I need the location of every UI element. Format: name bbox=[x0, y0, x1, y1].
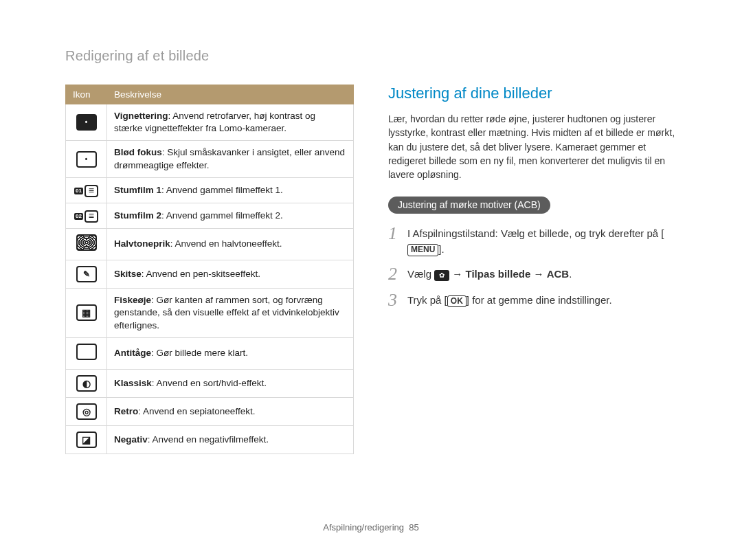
halftone-icon bbox=[76, 234, 97, 251]
section-heading: Justering af dine billeder bbox=[388, 85, 677, 102]
table-row: Fiskeøje: Gør kanten af rammen sort, og … bbox=[66, 289, 354, 338]
subsection-pill: Justering af mørke motiver (ACB) bbox=[388, 197, 550, 214]
retro-icon bbox=[76, 403, 97, 420]
step-number: 1 bbox=[388, 225, 407, 243]
table-row: Retro: Anvend en sepiatoneeffekt. bbox=[66, 397, 354, 425]
sketch-icon bbox=[76, 266, 97, 282]
step-item: 3 Tryk på [OK] for at gemme dine indstil… bbox=[388, 293, 677, 309]
negative-icon bbox=[76, 432, 97, 448]
step-number: 2 bbox=[388, 265, 407, 283]
table-row: Halvtoneprik: Anvend en halvtoneeffekt. bbox=[66, 228, 354, 260]
page-title: Redigering af et billede bbox=[65, 48, 687, 64]
antifog-icon bbox=[76, 344, 97, 360]
step-number: 3 bbox=[388, 291, 407, 309]
step-item: 1 I Afspilningstilstand: Vælg et billede… bbox=[388, 226, 677, 257]
classic-icon bbox=[76, 375, 97, 392]
menu-button-icon: MENU bbox=[407, 244, 438, 256]
oldfilm2-icon: 02 bbox=[74, 210, 98, 223]
table-row: 01 Stumfilm 1: Anvend gammel filmeffekt … bbox=[66, 177, 354, 203]
table-row: Blød fokus: Skjul småskavanker i ansigte… bbox=[66, 141, 354, 177]
effects-table: Ikon Beskrivelse Vignettering: Anvend re… bbox=[65, 85, 354, 454]
th-desc: Beskrivelse bbox=[107, 85, 354, 104]
page-footer: Afspilning/redigering 85 bbox=[0, 522, 742, 533]
ok-button-icon: OK bbox=[447, 295, 466, 308]
table-row: 02 Stumfilm 2: Anvend gammel filmeffekt … bbox=[66, 203, 354, 228]
oldfilm1-icon: 01 bbox=[74, 185, 98, 197]
th-icon: Ikon bbox=[66, 85, 107, 104]
vignette-icon bbox=[76, 114, 97, 131]
step-item: 2 Vælg → Tilpas billede → ACB. bbox=[388, 267, 677, 283]
soft-focus-icon bbox=[76, 151, 97, 168]
table-row: Skitse: Anvend en pen-skitseeffekt. bbox=[66, 260, 354, 289]
table-row: Antitåge: Gør billede mere klart. bbox=[66, 337, 354, 369]
edit-image-icon bbox=[434, 270, 449, 281]
table-row: Negativ: Anvend en negativfilmeffekt. bbox=[66, 425, 354, 453]
intro-text: Lær, hvordan du retter røde øjne, juster… bbox=[388, 112, 677, 181]
table-row: Klassisk: Anvend en sort/hvid-effekt. bbox=[66, 369, 354, 397]
fisheye-icon bbox=[76, 304, 97, 321]
table-row: Vignettering: Anvend retrofarver, høj ko… bbox=[66, 104, 354, 141]
steps-list: 1 I Afspilningstilstand: Vælg et billede… bbox=[388, 226, 677, 309]
